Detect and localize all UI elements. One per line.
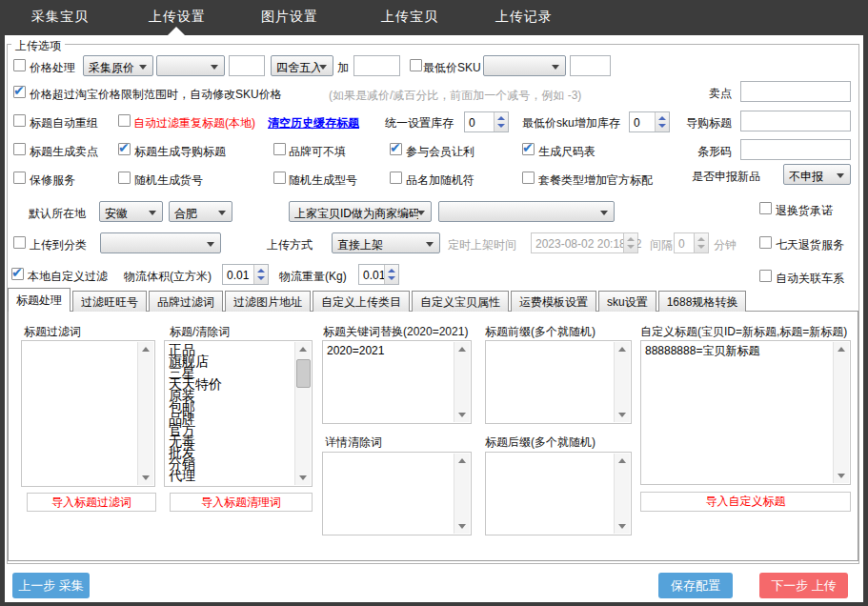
tab-filter-image-url[interactable]: 过滤图片地址 xyxy=(225,291,311,312)
nav-tab-image-settings[interactable]: 图片设置 xyxy=(261,9,318,26)
spin-up-icon xyxy=(627,237,635,241)
scroll-up-icon xyxy=(458,347,466,352)
member-discount-checkbox[interactable] xyxy=(390,143,402,155)
minutes-label: 分钟 xyxy=(714,237,737,253)
name-random-char-checkbox[interactable] xyxy=(390,172,402,184)
clear-history-link[interactable]: 清空历史缓存标题 xyxy=(268,115,359,131)
nav-tab-collect[interactable]: 采集宝贝 xyxy=(31,9,89,26)
sku-stock-label: 最低价sku增加库存 xyxy=(522,115,620,131)
prev-step-button[interactable]: 上一步 采集 xyxy=(12,573,90,598)
price-adjust-input[interactable] xyxy=(229,55,265,76)
scrollbar[interactable] xyxy=(294,342,311,485)
return-promise-label: 退换货承诺 xyxy=(776,203,833,219)
merchant-code-dropdown[interactable]: 上家宝贝ID做为商家编码 xyxy=(289,201,432,222)
title-clean-textarea[interactable]: 正品 旗舰店 三星 天天特价 原装 包邮 品牌 官方 无毒 批发 分销 代理 xyxy=(164,340,313,487)
volume-spinner[interactable]: 0.01 xyxy=(222,264,269,285)
lowest-sku-checkbox[interactable] xyxy=(410,59,422,71)
local-custom-filter-checkbox[interactable] xyxy=(11,268,24,280)
price-process-checkbox[interactable] xyxy=(13,59,26,71)
price-add-input[interactable] xyxy=(353,55,400,76)
spin-up-icon xyxy=(388,269,395,273)
spin-down-icon xyxy=(257,276,265,280)
tab-title-processing[interactable]: 标题处理 xyxy=(8,288,71,312)
scrollbar[interactable] xyxy=(833,342,849,483)
price-limit-note: (如果是减价/减百分比，前面加一个减号，例如 -3) xyxy=(329,88,581,104)
tab-sku-settings[interactable]: sku设置 xyxy=(598,291,656,312)
package-official-label: 套餐类型增加官方标配 xyxy=(538,172,653,189)
scrollbar[interactable] xyxy=(137,342,153,485)
package-official-checkbox[interactable] xyxy=(522,172,535,184)
nav-tab-upload-records[interactable]: 上传记录 xyxy=(495,9,553,26)
warranty-checkbox[interactable] xyxy=(13,172,26,184)
price-source-dropdown[interactable]: 采集原价 xyxy=(83,55,153,76)
title-prefix-textarea[interactable] xyxy=(485,340,632,424)
auto-car-series-checkbox[interactable] xyxy=(759,270,772,282)
scrollbar[interactable] xyxy=(454,454,470,534)
upload-category-checkbox[interactable] xyxy=(13,236,26,249)
chevron-down-icon xyxy=(552,65,559,70)
custom-title-textarea[interactable]: 88888888=宝贝新标题 xyxy=(640,340,851,485)
import-title-filter-button[interactable]: 导入标题过滤词 xyxy=(27,493,156,512)
spin-down-icon xyxy=(658,124,666,128)
scrollbar[interactable] xyxy=(614,342,630,422)
tab-shipping-template[interactable]: 运费模板设置 xyxy=(511,291,596,312)
title-guide-label: 标题生成导购标题 xyxy=(134,144,226,160)
price-adjust-dropdown[interactable] xyxy=(156,55,225,76)
title-selling-point-checkbox[interactable] xyxy=(13,143,26,155)
schedule-time-spinner[interactable]: 2023-08-02 20:18:02 xyxy=(531,232,638,253)
tab-filter-wangwang[interactable]: 过滤旺旺号 xyxy=(72,291,147,312)
barcode-input[interactable] xyxy=(740,139,851,160)
title-regroup-checkbox[interactable] xyxy=(13,114,26,127)
detail-clean-textarea[interactable] xyxy=(322,452,472,535)
tab-custom-attributes[interactable]: 自定义宝贝属性 xyxy=(412,291,509,312)
selling-point-input[interactable] xyxy=(740,81,851,102)
keyword-replace-textarea[interactable]: 2020=2021 xyxy=(322,340,472,424)
return-promise-checkbox[interactable] xyxy=(759,202,772,214)
custom-title-label: 自定义标题(宝贝ID=新标题,标题=新标题) xyxy=(640,324,847,340)
scroll-down-icon xyxy=(618,413,626,417)
title-suffix-textarea[interactable] xyxy=(485,452,632,535)
city-dropdown[interactable]: 合肥 xyxy=(169,201,232,222)
save-config-button[interactable]: 保存配置 xyxy=(658,573,733,598)
price-limit-checkbox[interactable] xyxy=(13,86,26,98)
scrollbar-thumb[interactable] xyxy=(296,359,311,388)
chevron-down-icon xyxy=(218,211,226,215)
tab-custom-category[interactable]: 自定义上传类目 xyxy=(313,291,410,312)
merchant-code-extra-dropdown[interactable] xyxy=(438,201,615,222)
random-model-checkbox[interactable] xyxy=(273,172,286,184)
guide-title-input[interactable] xyxy=(740,111,851,131)
nav-tab-upload-settings[interactable]: 上传设置 xyxy=(149,9,206,26)
next-step-button[interactable]: 下一步 上传 xyxy=(759,573,848,598)
title-filter-textarea[interactable] xyxy=(21,340,155,487)
upload-category-dropdown[interactable] xyxy=(100,232,221,253)
sku-stock-spinner[interactable]: 0 xyxy=(629,111,670,132)
declare-new-product-label: 是否申报新品 xyxy=(692,169,760,185)
random-model-label: 随机生成型号 xyxy=(289,172,357,189)
upload-method-dropdown[interactable]: 直接上架 xyxy=(332,232,440,253)
import-title-clean-button[interactable]: 导入标题清理词 xyxy=(170,493,313,512)
scrollbar[interactable] xyxy=(614,454,630,534)
brand-optional-checkbox[interactable] xyxy=(273,143,286,155)
scrollbar[interactable] xyxy=(454,342,470,422)
title-guide-checkbox[interactable] xyxy=(118,143,131,155)
nav-tab-upload-items[interactable]: 上传宝贝 xyxy=(381,9,438,26)
province-dropdown[interactable]: 安徽 xyxy=(99,201,163,222)
chevron-down-icon xyxy=(207,242,214,247)
declare-new-product-dropdown[interactable]: 不申报 xyxy=(783,164,851,185)
unified-stock-spinner[interactable]: 0 xyxy=(464,111,509,132)
rounding-dropdown[interactable]: 四舍五入 xyxy=(271,55,333,76)
interval-spinner[interactable]: 0 xyxy=(674,232,709,253)
random-item-no-checkbox[interactable] xyxy=(118,172,131,184)
spin-up-icon xyxy=(697,237,705,241)
lowest-sku-input[interactable] xyxy=(570,55,611,76)
import-custom-title-button[interactable]: 导入自定义标题 xyxy=(640,492,851,512)
size-chart-checkbox[interactable] xyxy=(522,143,535,155)
weight-spinner[interactable]: 0.01 xyxy=(358,264,399,285)
auto-filter-duplicate-checkbox[interactable] xyxy=(118,114,131,127)
active-tab-caret-icon xyxy=(168,27,185,35)
lowest-sku-dropdown[interactable] xyxy=(483,55,566,76)
tab-1688-spec[interactable]: 1688规格转换 xyxy=(658,291,747,312)
seven-day-return-checkbox[interactable] xyxy=(759,236,772,249)
title-suffix-label: 标题后缀(多个就随机) xyxy=(485,434,595,451)
tab-brand-filter[interactable]: 品牌过滤词 xyxy=(149,291,223,312)
